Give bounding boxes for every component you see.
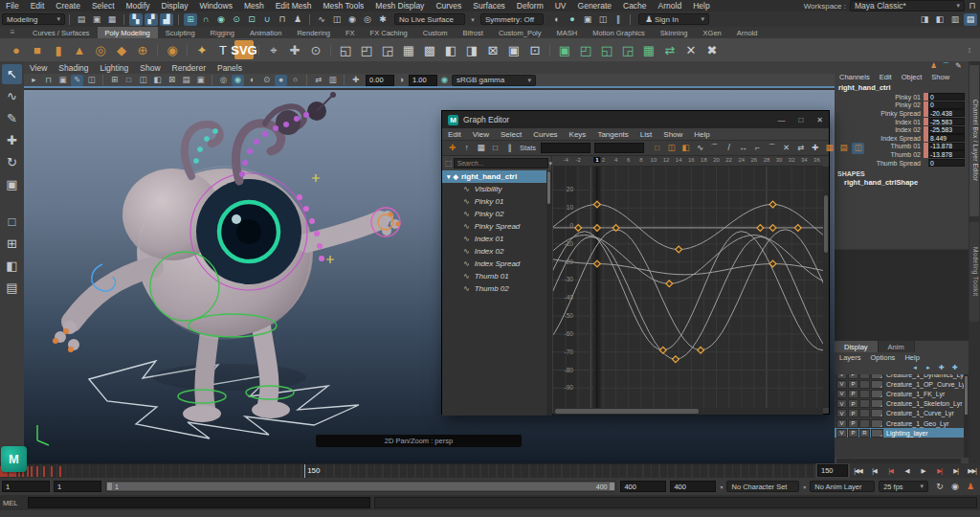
shelf-tab-mash[interactable]: MASH xyxy=(548,27,585,38)
channel-value-field[interactable]: -25.583 xyxy=(928,126,965,134)
move-tool-icon[interactable]: ✚ xyxy=(2,130,22,150)
menu-select[interactable]: Select xyxy=(86,1,121,11)
close-button[interactable]: ✕ xyxy=(816,116,823,124)
snap-grid-icon[interactable]: ⊞ xyxy=(184,13,197,26)
vp-bookmark-icon[interactable]: ✎ xyxy=(71,75,83,86)
snap-point-icon[interactable]: ◉ xyxy=(214,13,228,26)
layer-menu-layers[interactable]: Layers xyxy=(835,353,866,362)
layer-playback-toggle[interactable]: P xyxy=(848,419,858,428)
graph-editor-hscrollbar[interactable] xyxy=(553,408,823,415)
default-material-icon[interactable]: ● xyxy=(566,13,579,26)
layer-row[interactable]: VPCreature_1_FK_Lyr xyxy=(835,389,964,398)
channel-box-menu-object[interactable]: Object xyxy=(897,73,927,81)
viewport-menu-renderer[interactable]: Renderer xyxy=(167,63,212,73)
sidebar-tab-channel-box[interactable]: Channel Box / Layer Editor xyxy=(969,65,979,216)
channel-box-toggle-icon[interactable]: ▤ xyxy=(964,13,977,26)
target-weld-icon[interactable]: ✖ xyxy=(702,40,722,59)
vp-res-gate-icon[interactable]: ◫ xyxy=(137,75,149,86)
play-forwards-button[interactable]: ▶ xyxy=(915,467,931,475)
menu-help[interactable]: Help xyxy=(687,1,715,11)
menu-cache[interactable]: Cache xyxy=(617,1,653,11)
channel-row[interactable]: Index Spread8.449 xyxy=(835,134,969,143)
layer-visibility-toggle[interactable]: V xyxy=(836,419,847,428)
ge-region-keys-icon[interactable]: □ xyxy=(489,143,501,154)
vp-isolate-icon[interactable]: ▥ xyxy=(326,75,339,86)
animation-end-field[interactable] xyxy=(670,481,716,492)
vp-wireframe-icon[interactable]: ◎ xyxy=(217,75,230,86)
layer-row[interactable]: VPRLighting_layer xyxy=(835,428,964,438)
sidebar-tab-modeling-toolkit[interactable]: Modeling Toolkit xyxy=(969,222,979,322)
vp-field-chart-icon[interactable]: ⊠ xyxy=(166,75,178,86)
ge-unify-tangent-icon[interactable]: ⇄ xyxy=(794,143,807,154)
ge-menu-view[interactable]: View xyxy=(467,130,495,139)
shelf-tab-bifrost[interactable]: Bifrost xyxy=(456,27,491,38)
viewport-menu-panels[interactable]: Panels xyxy=(212,63,248,73)
ge-menu-list[interactable]: List xyxy=(635,130,657,139)
vp-camera-attrs-icon[interactable]: ▣ xyxy=(56,75,69,86)
pause-viewport-icon[interactable]: ∥ xyxy=(612,13,625,26)
multi-cut-icon[interactable]: ◨ xyxy=(462,40,481,59)
layer-playback-toggle[interactable]: P xyxy=(848,399,858,408)
select-component-icon[interactable]: ▟ xyxy=(160,13,173,26)
menu-deform[interactable]: Deform xyxy=(511,1,549,11)
poly-sphere-icon[interactable]: ● xyxy=(7,40,26,59)
layer-color-swatch[interactable] xyxy=(871,390,883,398)
menu-mesh[interactable]: Mesh xyxy=(238,1,270,11)
new-layer-from-selected-icon[interactable]: ✚ xyxy=(950,363,960,371)
ge-menu-help[interactable]: Help xyxy=(688,130,715,139)
minimize-button[interactable]: — xyxy=(777,116,785,124)
tool-settings-toggle-icon[interactable]: ▥ xyxy=(948,13,962,26)
vp-textured-icon[interactable]: ◐ xyxy=(246,75,258,86)
range-start-handle[interactable] xyxy=(107,483,112,490)
ge-menu-edit[interactable]: Edit xyxy=(442,130,467,139)
step-forward-key-button[interactable]: ▶| xyxy=(931,467,947,475)
vp-grid-icon[interactable]: ⊞ xyxy=(108,75,121,86)
layer-prev-icon[interactable]: ◂ xyxy=(910,363,920,371)
graph-editor-titlebar[interactable]: M Graph Editor — □ ✕ xyxy=(442,111,829,128)
shelf-tab-rigging[interactable]: Rigging xyxy=(203,27,242,38)
ge-channel-thumb-02[interactable]: ∿Thumb 02 xyxy=(442,282,546,295)
colorspace-dropdown[interactable]: sRGB gamma▾ xyxy=(452,75,536,86)
vp-safe-title-icon[interactable]: ▣ xyxy=(194,75,207,86)
no-live-surface-dropdown[interactable]: No Live Surface xyxy=(394,13,465,25)
layer-type-toggle[interactable] xyxy=(859,390,870,398)
channel-value-field[interactable]: 0 xyxy=(928,159,965,167)
poly-cube-icon[interactable]: ■ xyxy=(28,40,47,59)
layer-visibility-toggle[interactable]: V xyxy=(836,374,847,379)
range-slider[interactable]: 1 400 xyxy=(105,481,616,492)
layer-color-swatch[interactable] xyxy=(871,399,883,408)
shelf-menu-icon[interactable]: ≡ xyxy=(6,27,19,39)
render-current-frame-icon[interactable]: ◉ xyxy=(345,13,359,26)
ge-frame-all-icon[interactable]: □ xyxy=(651,143,663,154)
origin-locator-icon[interactable]: ⊙ xyxy=(306,40,325,59)
graph-editor-curve-view[interactable]: 20100-10-20-30-40-50-60-70-80-90 xyxy=(553,167,823,408)
outliner-pane-layout-icon[interactable]: ▤ xyxy=(2,278,22,298)
channel-value-field[interactable]: -13.878 xyxy=(928,150,965,158)
relax-icon[interactable]: ◲ xyxy=(618,40,637,59)
open-scene-icon[interactable]: ▣ xyxy=(90,13,103,26)
bevel-icon[interactable]: ▣ xyxy=(504,40,523,59)
channel-box-object-name[interactable]: right_hand_ctrl xyxy=(835,82,969,93)
combine-icon[interactable]: ◱ xyxy=(336,40,355,59)
new-empty-layer-icon[interactable]: ✚ xyxy=(937,363,947,371)
channel-value-field[interactable]: 8.449 xyxy=(928,134,965,142)
vp-film-gate-icon[interactable]: □ xyxy=(122,75,135,86)
vp-camera-lock-icon[interactable]: ⊓ xyxy=(42,75,55,86)
auto-keyframe-icon[interactable]: ♟ xyxy=(964,481,977,493)
lock-icon[interactable]: ⊓ xyxy=(276,13,289,26)
layer-row[interactable]: VPCreature_1_Curve_Lyr xyxy=(835,409,964,418)
anim-curve-icon[interactable]: ⌒ xyxy=(941,62,951,71)
ge-lattice-keys-icon[interactable]: ▦ xyxy=(475,143,487,154)
ge-flat-tangent-icon[interactable]: ↔ xyxy=(737,143,749,154)
vp-camera-select-icon[interactable]: ▸ xyxy=(28,75,40,86)
layer-playback-toggle[interactable]: P xyxy=(848,374,858,379)
render-settings-icon[interactable]: ✱ xyxy=(376,13,390,26)
channel-row[interactable]: Index 02-25.583 xyxy=(835,125,969,134)
workspace-lock-icon[interactable]: ⊓ xyxy=(966,0,979,12)
channel-value-field[interactable]: -20.438 xyxy=(928,109,965,117)
open-render-view-icon[interactable]: ◫ xyxy=(330,13,344,26)
exposure-field[interactable] xyxy=(366,75,394,86)
vp-exposure-icon[interactable]: ✚ xyxy=(349,75,362,86)
menu-create[interactable]: Create xyxy=(50,1,86,11)
channel-value-field[interactable]: 0 xyxy=(928,101,965,109)
